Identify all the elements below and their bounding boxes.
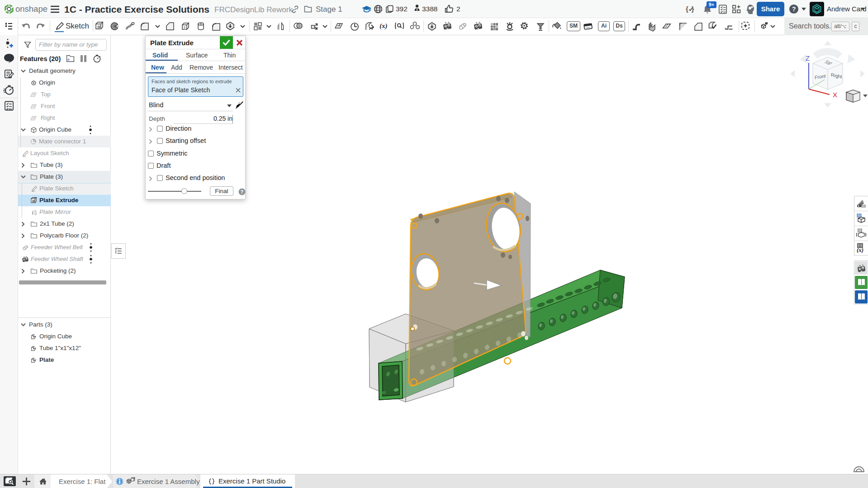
svg-text:{: {: [686, 5, 688, 13]
svg-text:X: X: [833, 91, 837, 99]
svg-text:}: }: [692, 5, 694, 13]
svg-text:?: ?: [241, 189, 244, 194]
svg-text:(x): (x): [857, 246, 863, 253]
svg-text:?: ?: [792, 6, 796, 13]
svg-text:Z: Z: [806, 54, 810, 62]
